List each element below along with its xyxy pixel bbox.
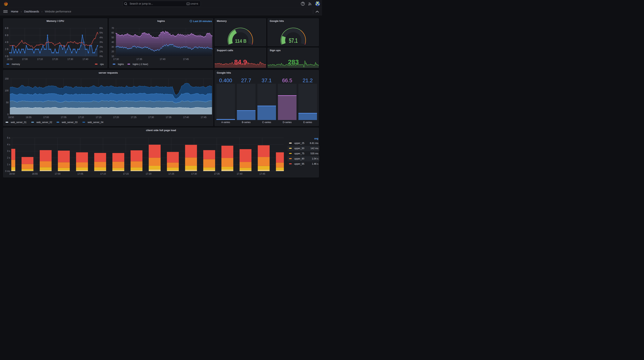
svg-text:17:10: 17:10 <box>37 58 43 60</box>
svg-text:17:30: 17:30 <box>113 58 119 60</box>
svg-text:10: 10 <box>112 55 114 58</box>
svg-text:17:40: 17:40 <box>183 116 189 119</box>
svg-text:17:15: 17:15 <box>123 172 128 175</box>
svg-text:17:20: 17:20 <box>52 58 58 60</box>
svg-text:16:55: 16:55 <box>32 172 38 175</box>
svg-text:17:20: 17:20 <box>146 172 152 175</box>
svg-text:17:05: 17:05 <box>78 172 83 175</box>
svg-text:1 s: 1 s <box>7 163 10 166</box>
svg-text:17:45: 17:45 <box>260 172 265 175</box>
svg-text:17:40: 17:40 <box>82 58 88 60</box>
svg-text:17:40: 17:40 <box>237 172 242 175</box>
svg-text:6 B: 6 B <box>5 34 8 36</box>
svg-text:30: 30 <box>112 46 114 48</box>
svg-text:17:45: 17:45 <box>201 116 206 119</box>
svg-text:100: 100 <box>5 89 8 92</box>
svg-text:4 B: 4 B <box>5 41 8 44</box>
svg-text:17:00: 17:00 <box>55 172 60 175</box>
svg-text:0 B: 0 B <box>5 55 8 58</box>
svg-text:40: 40 <box>112 41 114 44</box>
svg-text:5 s: 5 s <box>7 136 10 139</box>
svg-text:17:10: 17:10 <box>78 116 84 119</box>
svg-text:17:30: 17:30 <box>67 58 73 60</box>
svg-text:0%: 0% <box>100 55 103 58</box>
svg-text:0: 0 <box>7 113 8 116</box>
svg-text:70: 70 <box>112 27 114 30</box>
svg-text:4%: 4% <box>100 36 103 39</box>
svg-text:114 B: 114 B <box>235 38 246 44</box>
svg-text:2 s: 2 s <box>7 156 10 159</box>
svg-text:17:35: 17:35 <box>214 172 220 175</box>
svg-text:17:05: 17:05 <box>61 116 66 119</box>
svg-text:17:15: 17:15 <box>96 116 102 119</box>
svg-text:57.1: 57.1 <box>289 37 298 44</box>
svg-text:17:30: 17:30 <box>191 172 197 175</box>
svg-text:17:40: 17:40 <box>160 58 166 60</box>
svg-text:4 s: 4 s <box>7 143 10 146</box>
svg-text:60: 60 <box>112 32 114 34</box>
svg-text:6%: 6% <box>100 27 103 30</box>
svg-text:17:25: 17:25 <box>131 116 136 119</box>
svg-text:20: 20 <box>112 50 114 53</box>
svg-text:16:55: 16:55 <box>26 116 32 119</box>
svg-text:2%: 2% <box>100 46 103 48</box>
svg-text:17:25: 17:25 <box>168 172 174 175</box>
svg-text:16:50: 16:50 <box>9 172 15 175</box>
svg-text:17:00: 17:00 <box>43 116 49 119</box>
svg-text:50: 50 <box>6 101 9 104</box>
svg-text:17:35: 17:35 <box>136 58 142 60</box>
svg-text:17:00: 17:00 <box>22 58 28 60</box>
svg-text:5%: 5% <box>100 32 103 34</box>
svg-text:17:20: 17:20 <box>113 116 119 119</box>
svg-text:17:45: 17:45 <box>183 58 189 60</box>
svg-text:1%: 1% <box>100 50 103 53</box>
svg-text:50: 50 <box>112 36 114 39</box>
svg-text:8 B: 8 B <box>5 27 8 30</box>
svg-text:2 B: 2 B <box>5 48 8 50</box>
svg-text:17:10: 17:10 <box>100 172 106 175</box>
svg-text:17:30: 17:30 <box>148 116 154 119</box>
svg-text:16:50: 16:50 <box>7 58 12 60</box>
svg-text:3 s: 3 s <box>7 150 10 152</box>
svg-text:150: 150 <box>5 78 8 80</box>
svg-text:16:50: 16:50 <box>8 116 14 119</box>
svg-text:3%: 3% <box>100 41 103 44</box>
svg-text:0 ms: 0 ms <box>5 170 10 172</box>
svg-text:17:35: 17:35 <box>166 116 171 119</box>
